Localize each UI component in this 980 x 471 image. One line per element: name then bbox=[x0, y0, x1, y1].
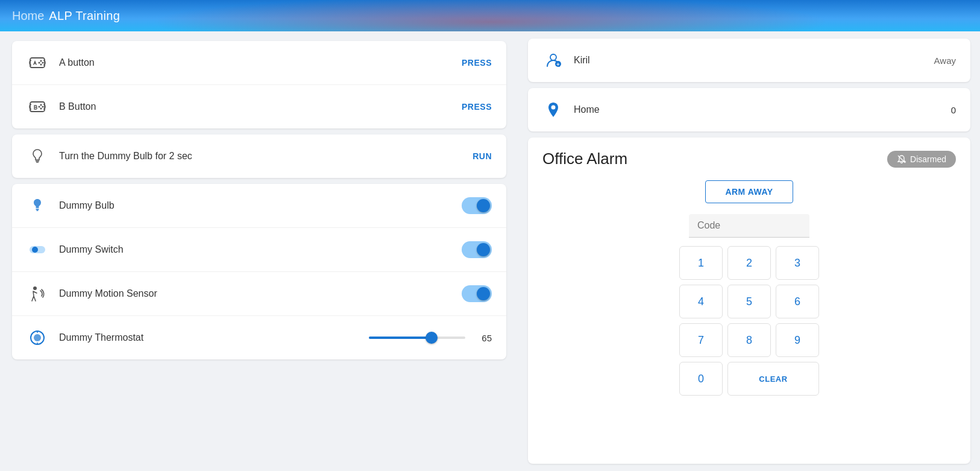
numpad-4[interactable]: 4 bbox=[679, 285, 723, 318]
alarm-title: Office Alarm bbox=[542, 150, 627, 168]
person-card: + Kiril Away bbox=[528, 39, 970, 82]
svg-point-24 bbox=[551, 106, 556, 110]
bulb-icon bbox=[27, 195, 48, 217]
numpad-1[interactable]: 1 bbox=[679, 246, 723, 280]
dummy-motion-toggle[interactable] bbox=[462, 285, 492, 302]
thermostat-icon bbox=[27, 327, 48, 349]
button-b-icon bbox=[27, 96, 48, 118]
location-icon bbox=[542, 99, 564, 121]
thermostat-value: 65 bbox=[475, 333, 492, 343]
alarm-header: Office Alarm Disarmed bbox=[542, 150, 956, 168]
a-button-row: A button PRESS bbox=[12, 41, 506, 85]
toggle-thumb bbox=[477, 287, 490, 300]
numpad-8[interactable]: 8 bbox=[727, 323, 771, 357]
numpad-9[interactable]: 9 bbox=[776, 323, 819, 357]
svg-point-4 bbox=[39, 62, 40, 64]
numpad-2[interactable]: 2 bbox=[727, 246, 771, 280]
location-count: 0 bbox=[951, 105, 956, 115]
svg-point-7 bbox=[40, 108, 42, 110]
right-panel: + Kiril Away Home 0 Office Alarm bbox=[518, 31, 980, 471]
bell-off-icon bbox=[897, 154, 906, 164]
person-icon: + bbox=[542, 49, 564, 71]
dummy-motion-row: Dummy Motion Sensor bbox=[12, 272, 506, 316]
scene-card: Turn the Dummy Bulb for 2 sec RUN bbox=[12, 134, 506, 178]
svg-point-15 bbox=[32, 247, 38, 253]
motion-icon bbox=[27, 283, 48, 305]
dummy-switch-toggle[interactable] bbox=[462, 241, 492, 258]
scene-label: Turn the Dummy Bulb for 2 sec bbox=[59, 151, 473, 162]
b-button-row: B Button PRESS bbox=[12, 85, 506, 128]
numpad-5[interactable]: 5 bbox=[727, 285, 771, 318]
scene-row: Turn the Dummy Bulb for 2 sec RUN bbox=[12, 134, 506, 178]
dummy-motion-label: Dummy Motion Sensor bbox=[59, 288, 462, 299]
code-input[interactable] bbox=[689, 214, 809, 238]
thermostat-slider-container: 65 bbox=[369, 333, 492, 343]
a-button-press[interactable]: PRESS bbox=[462, 58, 492, 68]
toggle-thumb bbox=[477, 199, 490, 212]
thermostat-slider-thumb[interactable] bbox=[426, 332, 438, 344]
location-card: Home 0 bbox=[528, 88, 970, 131]
dummy-switch-row: Dummy Switch bbox=[12, 228, 506, 272]
buttons-card: A button PRESS B Button bbox=[12, 41, 506, 128]
svg-point-18 bbox=[34, 334, 41, 341]
dummy-bulb-label: Dummy Bulb bbox=[59, 200, 462, 211]
svg-point-1 bbox=[40, 60, 42, 62]
button-a-icon bbox=[27, 52, 48, 74]
thermostat-slider-track[interactable] bbox=[369, 337, 465, 339]
numpad: 1 2 3 4 5 6 7 8 9 0 CLEAR bbox=[679, 246, 819, 396]
numpad-0[interactable]: 0 bbox=[679, 362, 723, 396]
person-name: Kiril bbox=[574, 55, 934, 66]
devices-card: Dummy Bulb Dummy Switch bbox=[12, 184, 506, 359]
svg-point-2 bbox=[40, 64, 42, 66]
disarmed-label: Disarmed bbox=[910, 154, 946, 164]
dummy-bulb-toggle[interactable] bbox=[462, 197, 492, 214]
left-panel: A button PRESS B Button bbox=[0, 31, 518, 471]
alarm-body: ARM AWAY 1 2 3 4 5 6 7 8 9 0 CLEAR bbox=[542, 180, 956, 396]
person-status: Away bbox=[934, 55, 956, 66]
dummy-thermostat-row: Dummy Thermostat 65 bbox=[12, 316, 506, 359]
a-button-label: A button bbox=[59, 57, 462, 68]
header-home: Home bbox=[12, 9, 44, 23]
scene-run[interactable]: RUN bbox=[473, 151, 492, 161]
numpad-3[interactable]: 3 bbox=[776, 246, 819, 280]
numpad-7[interactable]: 7 bbox=[679, 323, 723, 357]
svg-text:+: + bbox=[556, 62, 559, 68]
numpad-6[interactable]: 6 bbox=[776, 285, 819, 318]
switch-icon bbox=[27, 239, 48, 261]
alarm-card: Office Alarm Disarmed ARM AWAY 1 2 3 bbox=[528, 138, 970, 464]
dummy-thermostat-label: Dummy Thermostat bbox=[59, 332, 369, 343]
thermostat-slider-fill bbox=[369, 337, 432, 339]
svg-point-8 bbox=[42, 106, 44, 108]
dummy-switch-label: Dummy Switch bbox=[59, 244, 462, 255]
numpad-clear[interactable]: CLEAR bbox=[727, 362, 819, 396]
toggle-thumb bbox=[477, 243, 490, 256]
disarmed-badge: Disarmed bbox=[887, 151, 956, 168]
header: Home ALP Training bbox=[0, 0, 980, 31]
svg-point-16 bbox=[33, 286, 37, 290]
svg-point-9 bbox=[39, 106, 40, 108]
arm-away-button[interactable]: ARM AWAY bbox=[705, 180, 793, 203]
svg-point-6 bbox=[40, 104, 42, 106]
svg-point-3 bbox=[42, 62, 44, 64]
b-button-label: B Button bbox=[59, 101, 462, 112]
main-content: A button PRESS B Button bbox=[0, 31, 980, 471]
bulb-scene-icon bbox=[27, 145, 48, 167]
dummy-bulb-row: Dummy Bulb bbox=[12, 184, 506, 228]
svg-point-21 bbox=[550, 54, 556, 60]
location-name: Home bbox=[574, 104, 951, 115]
header-title: ALP Training bbox=[49, 9, 120, 23]
b-button-press[interactable]: PRESS bbox=[462, 102, 492, 112]
